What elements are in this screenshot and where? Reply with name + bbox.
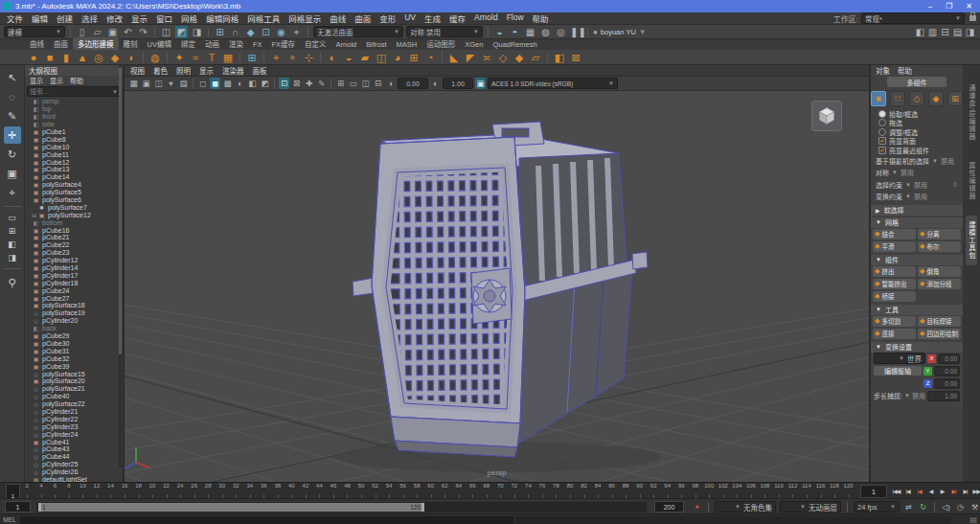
mtk-menu-对象[interactable]: 对象 <box>876 65 890 76</box>
outliner-item-pCylinder12[interactable]: ▣pCylinder12 <box>25 257 123 264</box>
outliner-item-pCylinder26[interactable]: ◇pCylinder26 <box>25 468 123 476</box>
frame-tick-14[interactable]: 14 <box>103 483 118 499</box>
textured-icon[interactable]: ▩ <box>222 78 233 89</box>
go-to-start-button[interactable]: |◀◀ <box>891 485 901 497</box>
frame-tick-96[interactable]: 96 <box>674 483 689 499</box>
shelf-tab-运动图形[interactable]: 运动图形 <box>422 37 460 50</box>
menu-变形[interactable]: 变形 <box>379 12 396 24</box>
outliner-item-polySurface19[interactable]: ◇polySurface19 <box>25 309 123 317</box>
last-tool-icon[interactable]: ⌖ <box>4 184 21 201</box>
frame-tick-12[interactable]: 12 <box>90 483 104 499</box>
outliner-item-pCylinder24[interactable]: ◇pCylinder24 <box>25 430 123 438</box>
menu-网格[interactable]: 网格 <box>181 12 197 24</box>
step-back-key-button[interactable]: |◀ <box>914 485 924 497</box>
shelf-tab-曲面[interactable]: 曲面 <box>49 37 73 50</box>
tool-settings-toggle-icon[interactable]: ⊟ <box>939 26 951 38</box>
menu-选择[interactable]: 选择 <box>81 12 98 24</box>
viewport-canvas[interactable]: persp <box>125 91 869 483</box>
current-frame-field[interactable]: 1 <box>860 485 887 498</box>
smooth-button[interactable]: ◆平滑 <box>873 241 916 252</box>
poly-cylinder-icon[interactable]: ▮ <box>59 51 73 64</box>
outliner-item-pCube22[interactable]: ▣pCube22 <box>25 241 123 249</box>
frame-tick-6[interactable]: 6 <box>48 483 62 499</box>
axis-y-field[interactable]: 0.00 <box>934 366 960 376</box>
frame-tick-20[interactable]: 20 <box>146 483 160 499</box>
range-track[interactable]: 1 120 <box>36 502 647 513</box>
pick-option-拾取/框选[interactable]: 拾取/框选 <box>871 109 963 119</box>
outliner-item-pCylinder21[interactable]: ◇pCylinder21 <box>25 408 123 416</box>
shelf-tab-绑定[interactable]: 绑定 <box>176 37 200 50</box>
outliner-item-pCube8[interactable]: ▣pCube8 <box>25 135 123 143</box>
symmetry-selector[interactable]: 对称:禁用▼ <box>406 26 483 37</box>
sweep-mesh-icon[interactable]: ✦ <box>172 51 186 64</box>
frame-tick-36[interactable]: 36 <box>257 483 271 499</box>
auto-key-icon[interactable]: ⇄ <box>903 501 914 513</box>
exposure-icon[interactable]: ◑ <box>385 78 396 89</box>
channel-box-toggle-icon[interactable]: ▤ <box>951 26 964 38</box>
frame-tick-110[interactable]: 110 <box>772 483 786 499</box>
lights-icon[interactable]: ◐ <box>235 78 245 89</box>
gate-mask-icon[interactable]: ⊟ <box>373 78 383 89</box>
bridge-button[interactable]: ◆桥接 <box>873 291 916 302</box>
lasso-tool-icon[interactable]: ◌ <box>4 88 21 105</box>
frame-tick-90[interactable]: 90 <box>632 483 647 499</box>
outliner-item-bottom[interactable]: ◧bottom <box>25 218 123 226</box>
outliner-item-pCube11[interactable]: ▣pCube11 <box>25 150 123 158</box>
step-fwd-frame-button[interactable]: ▶| <box>960 485 970 497</box>
outliner-search[interactable]: ▼ <box>27 86 121 97</box>
shelf-tab-UV编辑[interactable]: UV编辑 <box>143 37 176 50</box>
select-hierarchy-icon[interactable]: ◫ <box>160 26 172 38</box>
outliner-item-pCube14[interactable]: ▣pCube14 <box>25 173 123 181</box>
boolean-button[interactable]: ◆布尔 <box>918 241 961 252</box>
outliner-item-pCylinder14[interactable]: ▣pCylinder14 <box>25 264 123 272</box>
image-plane-icon[interactable]: ▤ <box>178 78 189 89</box>
frame-tick-42[interactable]: 42 <box>299 483 313 499</box>
frame-tick-38[interactable]: 38 <box>271 483 285 499</box>
workspace-lock-icon[interactable] <box>969 15 976 21</box>
outliner-item-polySurface7[interactable]: ✱polySurface7 <box>25 203 123 211</box>
mtk-menu-帮助[interactable]: 帮助 <box>898 65 912 76</box>
pick-option-调整/框选[interactable]: 调整/框选 <box>871 127 963 137</box>
outliner-menu-1[interactable]: 显示 <box>50 76 63 85</box>
attribute-editor-toggle-icon[interactable]: ▥ <box>926 26 939 38</box>
open-scene-icon[interactable]: ▱ <box>91 26 103 38</box>
frame-tick-92[interactable]: 92 <box>647 483 661 499</box>
extrude-icon[interactable]: ◣ <box>447 51 461 64</box>
new-scene-icon[interactable]: ▯ <box>76 26 88 38</box>
frame-tick-44[interactable]: 44 <box>312 483 327 499</box>
outliner-item-pCylinder23[interactable]: ◇pCylinder23 <box>25 422 123 430</box>
frame-tick-70[interactable]: 70 <box>493 483 508 499</box>
camera-lock-icon[interactable]: ▣ <box>141 78 151 89</box>
play-backwards-button[interactable]: ◀ <box>925 485 936 497</box>
snap-center-icon[interactable]: ⌖ <box>290 26 303 38</box>
poly-cube-icon[interactable]: ■ <box>43 51 57 64</box>
frame-tick-58[interactable]: 58 <box>410 483 424 499</box>
outliner-item-polySurface21[interactable]: ◇polySurface21 <box>25 385 123 393</box>
go-to-end-button[interactable]: ▶▶| <box>971 485 980 497</box>
outliner-item-pCube32[interactable]: ▣pCube32 <box>25 354 123 362</box>
snap-together-icon[interactable]: ⚬ <box>285 51 299 64</box>
select-tool-icon[interactable]: ↖ <box>4 69 21 86</box>
snap-point-icon[interactable]: ◆ <box>244 26 257 38</box>
frame-tick-74[interactable]: 74 <box>521 483 536 499</box>
frame-tick-8[interactable]: 8 <box>62 483 77 499</box>
maximize-button[interactable]: ❐ <box>946 2 952 11</box>
svg-tool-icon[interactable]: ▦ <box>221 51 235 64</box>
outliner-item-polySurface5[interactable]: ▣polySurface5 <box>25 189 123 196</box>
outliner-toggle-icon[interactable]: ◧ <box>914 26 926 38</box>
checkbox-亮显背面[interactable]: ✔亮显背面 <box>871 137 963 147</box>
setting-变换约束[interactable]: 变换约束▼禁用 <box>871 191 963 203</box>
undo-icon[interactable]: ↶ <box>122 26 134 38</box>
command-language-toggle[interactable]: MEL <box>0 516 19 523</box>
shelf-tab-雕刻[interactable]: 雕刻 <box>119 37 143 50</box>
snap-plane-icon[interactable]: ⊡ <box>260 26 272 38</box>
screenspace-ao-icon[interactable]: ◩ <box>260 78 270 89</box>
frame-tick-62[interactable]: 62 <box>438 483 452 499</box>
frame-tick-80[interactable]: 80 <box>563 483 578 499</box>
outliner-item-pCube24[interactable]: ▣pCube24 <box>25 286 123 294</box>
gamma-icon[interactable]: ◐ <box>430 78 441 89</box>
frame-tick-72[interactable]: 72 <box>508 483 522 499</box>
select-component-icon[interactable]: ◨ <box>191 26 203 38</box>
shelf-tab-MASH[interactable]: MASH <box>392 39 422 50</box>
poly-plane-icon[interactable]: ◆ <box>108 51 122 64</box>
